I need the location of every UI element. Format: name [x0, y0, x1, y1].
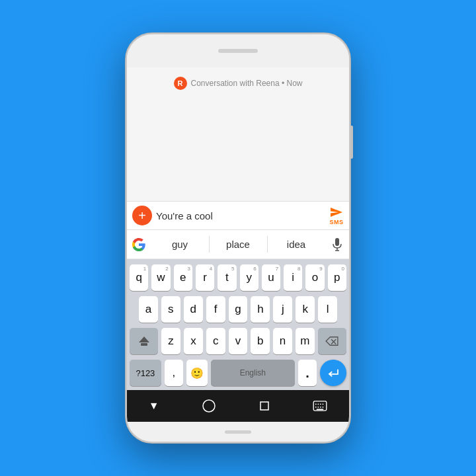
- key-u[interactable]: u7: [262, 264, 280, 291]
- mic-icon: [332, 237, 342, 252]
- keyboard-row-1: q1 w2 e3 r4 t5 y6 u7 i8 o9 p0: [130, 264, 346, 291]
- svg-rect-1: [335, 238, 339, 246]
- conversation-header: R Conversation with Reena • Now: [174, 77, 303, 90]
- input-row: + SMS: [127, 201, 349, 230]
- send-arrow-icon: [329, 206, 344, 218]
- svg-rect-7: [260, 402, 268, 410]
- key-t[interactable]: t5: [218, 264, 236, 291]
- space-key[interactable]: English: [211, 360, 295, 386]
- recents-button[interactable]: [259, 401, 270, 411]
- send-button[interactable]: SMS: [329, 206, 344, 225]
- back-button[interactable]: ▼: [149, 400, 159, 412]
- conversation-label: Conversation with Reena • Now: [191, 79, 303, 88]
- suggestions-row: guy place idea: [127, 230, 349, 259]
- microphone-button[interactable]: [325, 230, 349, 259]
- key-w[interactable]: w2: [151, 264, 170, 291]
- message-input[interactable]: [156, 210, 325, 221]
- delete-key[interactable]: [318, 328, 346, 354]
- shift-key[interactable]: [130, 328, 158, 354]
- key-j[interactable]: j: [273, 296, 292, 323]
- suggestion-2[interactable]: place: [209, 230, 267, 258]
- keyboard-toggle-button[interactable]: [313, 401, 327, 411]
- comma-key[interactable]: ,: [165, 360, 183, 386]
- key-q[interactable]: q1: [130, 264, 148, 291]
- key-z[interactable]: z: [161, 328, 180, 354]
- svg-marker-0: [331, 208, 342, 217]
- key-k[interactable]: k: [296, 296, 315, 323]
- return-icon: [327, 368, 339, 377]
- suggestion-3[interactable]: idea: [267, 230, 325, 258]
- add-attachment-button[interactable]: +: [132, 206, 152, 225]
- avatar: R: [174, 77, 187, 90]
- phone-wrapper: R Conversation with Reena • Now + SMS: [126, 33, 350, 443]
- svg-point-6: [203, 400, 215, 412]
- key-l[interactable]: l: [318, 296, 337, 323]
- num-switch-key[interactable]: ?123: [130, 360, 161, 386]
- key-f[interactable]: f: [206, 296, 225, 323]
- nav-bar: ▼: [127, 390, 349, 422]
- recents-square-icon: [259, 401, 270, 411]
- phone-bottom-chrome: [127, 422, 349, 442]
- enter-key[interactable]: [320, 360, 346, 386]
- keyboard-row-2: a s d f g h j k l: [130, 296, 346, 323]
- phone-top-chrome: [127, 34, 349, 67]
- key-x[interactable]: x: [184, 328, 203, 354]
- phone-side-button: [350, 126, 353, 159]
- emoji-key[interactable]: 🙂: [186, 360, 208, 386]
- google-logo: [127, 230, 151, 259]
- key-c[interactable]: c: [206, 328, 225, 354]
- keyboard: q1 w2 e3 r4 t5 y6 u7 i8 o9 p0 a s d f g …: [127, 259, 349, 390]
- keyboard-icon: [313, 401, 327, 411]
- suggestion-1[interactable]: guy: [151, 230, 209, 258]
- key-p[interactable]: p0: [328, 264, 346, 291]
- key-s[interactable]: s: [161, 296, 180, 323]
- key-b[interactable]: b: [251, 328, 270, 354]
- key-y[interactable]: y6: [240, 264, 258, 291]
- key-o[interactable]: o9: [305, 264, 324, 291]
- g-icon: [132, 237, 146, 252]
- key-v[interactable]: v: [229, 328, 248, 354]
- key-n[interactable]: n: [273, 328, 292, 354]
- message-area: R Conversation with Reena • Now: [127, 67, 349, 201]
- key-m[interactable]: m: [296, 328, 315, 354]
- phone-body: R Conversation with Reena • Now + SMS: [126, 33, 350, 443]
- phone-speaker: [218, 49, 258, 53]
- key-r[interactable]: r4: [196, 264, 214, 291]
- home-circle-icon: [202, 399, 216, 413]
- backspace-icon: [325, 336, 339, 346]
- key-g[interactable]: g: [229, 296, 248, 323]
- keyboard-row-4: ?123 , 🙂 English .: [130, 360, 346, 386]
- send-label: SMS: [329, 219, 343, 225]
- keyboard-row-3: z x c v b n m: [130, 328, 346, 354]
- key-e[interactable]: e3: [174, 264, 192, 291]
- key-d[interactable]: d: [184, 296, 203, 323]
- key-a[interactable]: a: [139, 296, 158, 323]
- phone-home-button: [225, 430, 251, 434]
- period-key[interactable]: .: [298, 360, 317, 386]
- key-i[interactable]: i8: [284, 264, 302, 291]
- home-button[interactable]: [202, 399, 216, 413]
- key-h[interactable]: h: [251, 296, 270, 323]
- shift-icon: [139, 337, 149, 346]
